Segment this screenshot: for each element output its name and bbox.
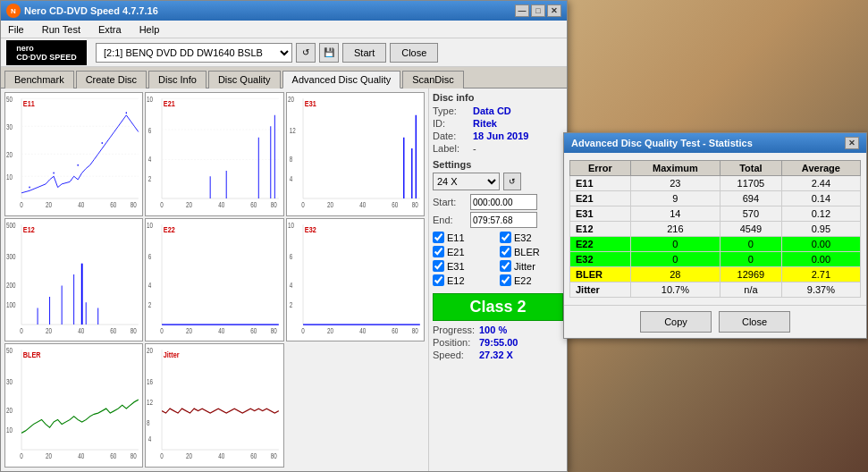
tab-disc-info[interactable]: Disc Info xyxy=(148,71,206,88)
svg-text:E32: E32 xyxy=(304,223,316,233)
checkbox-e11-input[interactable] xyxy=(433,232,444,243)
disc-date-label: Date: xyxy=(433,131,473,141)
svg-text:E31: E31 xyxy=(304,98,316,108)
svg-text:40: 40 xyxy=(219,200,225,209)
start-time-input[interactable] xyxy=(470,194,537,210)
svg-point-20 xyxy=(126,112,127,114)
checkbox-e31: E31 xyxy=(433,260,496,272)
tab-benchmark[interactable]: Benchmark xyxy=(4,71,74,88)
disc-type-value: Data CD xyxy=(473,105,511,116)
svg-text:20: 20 xyxy=(327,326,333,335)
position-row: Position: 79:55.00 xyxy=(433,337,563,348)
checkbox-e31-label: E31 xyxy=(447,261,465,272)
svg-text:20: 20 xyxy=(6,150,13,159)
drive-select[interactable]: [2:1] BENQ DVD DD DW1640 BSLB xyxy=(96,43,292,63)
stats-cell-total: 4549 xyxy=(721,222,782,237)
progress-row: Progress: 100 % xyxy=(433,324,563,335)
stats-cell-total: 12969 xyxy=(721,267,782,282)
svg-text:20: 20 xyxy=(327,200,333,209)
svg-text:60: 60 xyxy=(110,200,116,209)
svg-rect-120 xyxy=(146,344,282,467)
stats-cell-total: 570 xyxy=(721,206,782,222)
svg-text:0: 0 xyxy=(20,451,23,460)
svg-text:8: 8 xyxy=(289,155,292,164)
disc-info-title: Disc info xyxy=(433,92,563,103)
checkbox-e22-input[interactable] xyxy=(500,274,511,286)
stats-content: Error Maximum Total Average E1123117052.… xyxy=(564,153,866,305)
svg-text:30: 30 xyxy=(6,122,13,131)
col-average: Average xyxy=(781,161,860,176)
menu-run-test[interactable]: Run Test xyxy=(38,22,84,37)
menu-file[interactable]: File xyxy=(4,22,28,37)
svg-text:12: 12 xyxy=(289,126,295,135)
content-area: 50 30 20 10 0 20 40 60 80 xyxy=(1,88,567,471)
tab-advanced-disc-quality[interactable]: Advanced Disc Quality xyxy=(282,71,401,88)
svg-text:40: 40 xyxy=(78,200,84,209)
svg-text:4: 4 xyxy=(148,435,152,444)
svg-text:6: 6 xyxy=(148,126,152,135)
window-controls: — □ ✕ xyxy=(515,4,561,17)
svg-text:60: 60 xyxy=(251,326,257,335)
svg-text:60: 60 xyxy=(392,200,398,209)
tab-scandisc[interactable]: ScanDisc xyxy=(402,71,463,88)
stats-cell-maximum: 10.7% xyxy=(630,282,720,298)
menu-help[interactable]: Help xyxy=(136,22,164,37)
save-button[interactable]: 💾 xyxy=(319,43,339,63)
speed-select[interactable]: 24 X xyxy=(433,173,500,190)
refresh-button[interactable]: ↺ xyxy=(296,43,316,63)
close-button[interactable]: Close xyxy=(390,43,438,63)
stats-cell-error: E31 xyxy=(570,206,631,222)
stats-row: E1221645490.95 xyxy=(570,222,861,237)
stats-window-close[interactable]: ✕ xyxy=(845,137,859,149)
window-close-button[interactable]: ✕ xyxy=(547,4,561,17)
checkbox-jitter-input[interactable] xyxy=(500,260,511,272)
svg-text:2: 2 xyxy=(148,174,152,183)
start-button[interactable]: Start xyxy=(342,43,386,63)
position-label: Position: xyxy=(433,337,479,348)
svg-text:2: 2 xyxy=(148,300,152,309)
tab-bar: Benchmark Create Disc Disc Info Disc Qua… xyxy=(1,67,567,88)
maximize-button[interactable]: □ xyxy=(531,4,545,17)
stats-cell-average: 0.14 xyxy=(781,191,860,206)
disc-id-value: Ritek xyxy=(473,118,497,129)
stats-cell-total: n/a xyxy=(721,282,782,298)
stats-cell-total: 694 xyxy=(721,191,782,206)
svg-text:E21: E21 xyxy=(164,98,175,108)
checkbox-e32-input[interactable] xyxy=(500,232,511,243)
chart-jitter: 20 16 12 8 4 0 20 40 60 80 Jitter xyxy=(145,343,283,468)
copy-button[interactable]: Copy xyxy=(640,311,712,333)
svg-text:16: 16 xyxy=(147,377,153,386)
tab-disc-quality[interactable]: Disc Quality xyxy=(208,71,281,88)
stats-window-title: Advanced Disc Quality Test - Statistics xyxy=(571,138,845,148)
chart-e11: 50 30 20 10 0 20 40 60 80 xyxy=(4,92,143,216)
disc-type-row: Type: Data CD xyxy=(433,105,563,116)
tab-create-disc[interactable]: Create Disc xyxy=(76,71,147,88)
checkbox-e31-input[interactable] xyxy=(433,260,444,272)
svg-text:4: 4 xyxy=(289,174,292,183)
chart-e32: 10 6 4 2 0 20 40 60 80 E32 xyxy=(286,218,425,342)
app-icon: N xyxy=(6,4,21,18)
stats-close-button[interactable]: Close xyxy=(719,311,790,333)
checkbox-e12-input[interactable] xyxy=(433,274,444,286)
menu-extra[interactable]: Extra xyxy=(95,22,125,37)
end-time-input[interactable] xyxy=(470,212,537,228)
svg-point-18 xyxy=(77,164,78,166)
checkbox-bler-input[interactable] xyxy=(500,246,511,257)
stats-cell-maximum: 0 xyxy=(630,252,720,267)
checkbox-e12: E12 xyxy=(433,274,496,286)
stats-cell-average: 0.00 xyxy=(781,252,860,267)
disc-label-label: Label: xyxy=(433,143,473,154)
svg-text:E12: E12 xyxy=(23,223,35,233)
toolbar: neroCD·DVD SPEED [2:1] BENQ DVD DD DW164… xyxy=(1,38,567,67)
svg-text:20: 20 xyxy=(186,451,192,460)
stats-table: Error Maximum Total Average E1123117052.… xyxy=(569,160,861,298)
right-panel: Disc info Type: Data CD ID: Ritek Date: … xyxy=(428,88,567,471)
svg-text:20: 20 xyxy=(6,406,13,415)
checkbox-e11-label: E11 xyxy=(447,232,465,243)
checkbox-e21-input[interactable] xyxy=(433,246,444,257)
col-error: Error xyxy=(570,161,631,176)
speed-refresh-button[interactable]: ↺ xyxy=(503,173,521,190)
svg-text:60: 60 xyxy=(392,326,398,335)
stats-row: BLER28129692.71 xyxy=(570,267,861,282)
minimize-button[interactable]: — xyxy=(515,4,529,17)
